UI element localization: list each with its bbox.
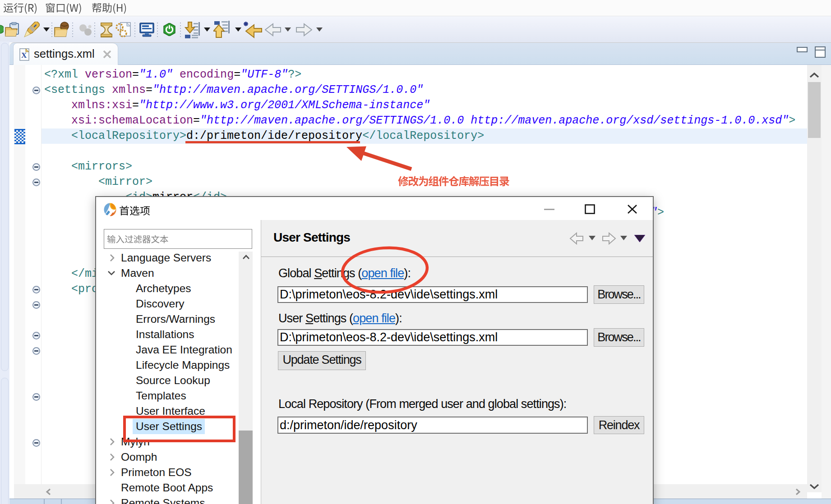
svg-text:X: X	[21, 51, 27, 60]
